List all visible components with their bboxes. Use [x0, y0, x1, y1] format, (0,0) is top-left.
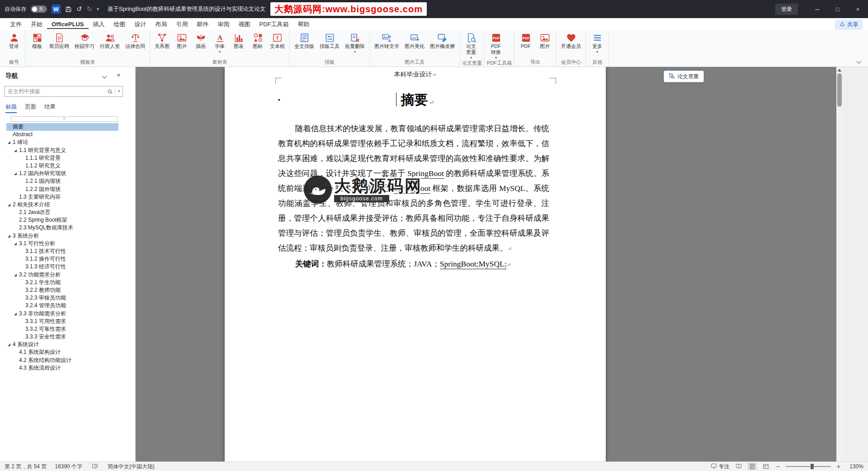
nav-item[interactable]: Abstract	[6, 131, 118, 138]
ribbon-button-排版工具[interactable]: 排版工具	[317, 31, 342, 49]
redo-icon[interactable]: ↻	[87, 5, 93, 13]
keywords-paragraph[interactable]: 关键词：教师科研成果管理系统；JAVA；SpringBoot;MySQL;↵	[278, 257, 549, 272]
nav-item[interactable]: 3.1.3 经济可行性	[6, 263, 118, 271]
menu-tab-设计[interactable]: 设计	[130, 19, 151, 30]
menu-tab-审阅[interactable]: 审阅	[213, 19, 234, 30]
nav-tab-页面[interactable]: 页面	[25, 103, 36, 113]
ribbon-button-图片[interactable]: 图片	[173, 31, 191, 49]
print-layout-icon[interactable]	[748, 463, 757, 470]
ribbon-button-PDF转换[interactable]: PDFPDF转换▾	[487, 31, 505, 60]
share-button[interactable]: 共享	[835, 19, 863, 30]
collapse-triangle-icon[interactable]	[14, 149, 17, 152]
ribbon-button-插画[interactable]: 插画	[192, 31, 210, 49]
scrollbar-thumb[interactable]	[837, 73, 842, 107]
nav-item[interactable]: 1.3 主要研究内容	[6, 193, 118, 201]
ribbon-button-关系图[interactable]: 关系图	[152, 31, 172, 49]
paper-check-button[interactable]: 论文查重	[664, 71, 704, 82]
collapse-triangle-icon[interactable]	[14, 313, 17, 315]
collapse-triangle-icon[interactable]	[8, 343, 10, 346]
nav-item[interactable]: 3 系统分析	[6, 232, 118, 240]
nav-item[interactable]: 3.2.2 教师功能	[6, 286, 118, 294]
menu-tab-邮件[interactable]: 邮件	[193, 19, 213, 30]
nav-item[interactable]: 3.2.1 学生功能	[6, 279, 118, 286]
ribbon-button-法律合同[interactable]: 法律合同	[123, 31, 147, 49]
minimize-button[interactable]: ─	[807, 0, 827, 18]
close-button[interactable]: ×	[848, 0, 868, 18]
ribbon-button-模板[interactable]: 模板	[28, 31, 46, 49]
menu-tab-OfficePLUS[interactable]: OfficePLUS	[47, 19, 89, 29]
document-heading[interactable]: ▪ 摘要↵	[225, 90, 606, 110]
ribbon-button-全文排版[interactable]: 全文排版	[292, 31, 316, 49]
nav-item[interactable]: 3.3 非功能需求分析	[6, 310, 118, 318]
quick-access-caret-icon[interactable]: ▾	[97, 7, 99, 11]
nav-item[interactable]: 3.3.3 安全性需求	[6, 333, 118, 341]
word-count[interactable]: 16390 个字	[55, 463, 82, 471]
nav-item[interactable]: 4.3 系统流程设计	[6, 364, 118, 372]
nav-item[interactable]: 1.2.1 国内现状	[6, 177, 118, 185]
web-layout-icon[interactable]	[761, 463, 770, 470]
nav-item[interactable]: 1.1.2 研究意义	[6, 162, 118, 170]
nav-item[interactable]: 3.2.3 审核员功能	[6, 294, 118, 302]
vertical-scrollbar[interactable]	[836, 67, 843, 461]
ribbon-button-图片[interactable]: 图片	[536, 31, 554, 49]
ribbon-button-校园学习[interactable]: 校园学习	[72, 31, 97, 49]
menu-tab-PDF工具箱[interactable]: PDF工具箱	[255, 19, 293, 30]
nav-item[interactable]: 4.1 系统架构设计	[6, 348, 118, 356]
ribbon-button-图片橡皮擦[interactable]: 图片橡皮擦	[428, 31, 457, 49]
login-button[interactable]: 登录	[775, 4, 798, 15]
zoom-thumb[interactable]	[811, 464, 814, 469]
nav-item[interactable]: 2.3 MySQL数据库技术	[6, 224, 118, 232]
nav-item[interactable]: 4.2 系统结构功能设计	[6, 357, 118, 364]
nav-item[interactable]: 3.2.4 管理员功能	[6, 302, 118, 309]
menu-tab-绘图[interactable]: 绘图	[109, 19, 130, 30]
nav-item[interactable]: 2.2 Spring Boot框架	[6, 216, 118, 224]
menu-tab-文件[interactable]: 文件	[5, 19, 26, 30]
save-icon[interactable]	[65, 6, 72, 13]
read-mode-icon[interactable]	[734, 463, 743, 470]
language-indicator[interactable]: 简体中文(中国大陆)	[108, 463, 155, 471]
search-options-caret-icon[interactable]: ▾	[115, 88, 123, 95]
nav-item[interactable]: 1.1.1 研究背景	[6, 154, 118, 162]
nav-item[interactable]: 摘要	[6, 123, 118, 131]
nav-item[interactable]: 1 绪论	[6, 138, 118, 146]
nav-tab-标题[interactable]: 标题	[5, 103, 17, 113]
zoom-in-button[interactable]: +	[835, 463, 842, 470]
collapse-triangle-icon[interactable]	[14, 243, 17, 245]
collapse-triangle-icon[interactable]	[8, 204, 10, 206]
jump-to-top-button[interactable]: ⊤	[11, 116, 118, 122]
nav-item[interactable]: 2 相关技术介绍	[6, 201, 118, 209]
ribbon-button-文本框[interactable]: T文本框	[268, 31, 287, 49]
undo-icon[interactable]: ↺	[76, 5, 82, 13]
nav-item[interactable]: 3.1 可行性分析	[6, 240, 118, 247]
nav-item[interactable]: 1.2 国内外研究现状	[6, 170, 118, 177]
proofing-icon[interactable]	[90, 463, 99, 470]
collapse-triangle-icon[interactable]	[8, 235, 10, 238]
collapse-triangle-icon[interactable]	[14, 274, 17, 276]
nav-item[interactable]: 3.2 功能需求分析	[6, 271, 118, 279]
ribbon-button-更多[interactable]: 更多▾	[588, 31, 606, 54]
menu-tab-视图[interactable]: 视图	[234, 19, 255, 30]
document-title[interactable]: 基于SpringBoot的教师科研成果管理系统的设计与实现论文论文V1.0 ▾	[108, 0, 266, 18]
menu-tab-开始[interactable]: 开始	[26, 19, 47, 30]
ribbon-button-批量删除[interactable]: 批量删除▾	[343, 31, 367, 54]
document-page[interactable]: 本科毕业设计↵ ▪ 摘要↵ 随着信息技术的快速发展，教育领域的科研成果管理需求日…	[225, 67, 606, 461]
ribbon-button-图片美化[interactable]: 图片美化	[402, 31, 427, 49]
ribbon-button-论文查重[interactable]: 论文查重▾	[462, 31, 480, 60]
ribbon-button-行政人资[interactable]: 行政人资	[98, 31, 122, 49]
zoom-slider[interactable]	[786, 462, 831, 471]
ribbon-button-图表[interactable]: 图表	[230, 31, 248, 49]
page-indicator[interactable]: 第 2 页，共 54 页	[5, 463, 47, 471]
nav-tab-结果[interactable]: 结果	[44, 103, 56, 113]
ribbon-button-字体[interactable]: A字体▾	[211, 31, 229, 54]
collapse-triangle-icon[interactable]	[14, 172, 17, 175]
autosave-toggle[interactable]: 关	[31, 5, 47, 13]
nav-item[interactable]: 4 系统设计	[6, 341, 118, 348]
search-icon[interactable]	[105, 89, 115, 95]
chevron-down-icon[interactable]	[102, 73, 107, 78]
collapse-triangle-icon[interactable]	[8, 141, 10, 144]
search-input[interactable]	[5, 88, 105, 95]
nav-item[interactable]: 3.1.1 技术可行性	[6, 247, 118, 255]
nav-item[interactable]: 3.3.1 可用性需求	[6, 318, 118, 325]
menu-tab-布局[interactable]: 布局	[151, 19, 172, 30]
nav-item[interactable]: 2.1 Java语言	[6, 209, 118, 216]
